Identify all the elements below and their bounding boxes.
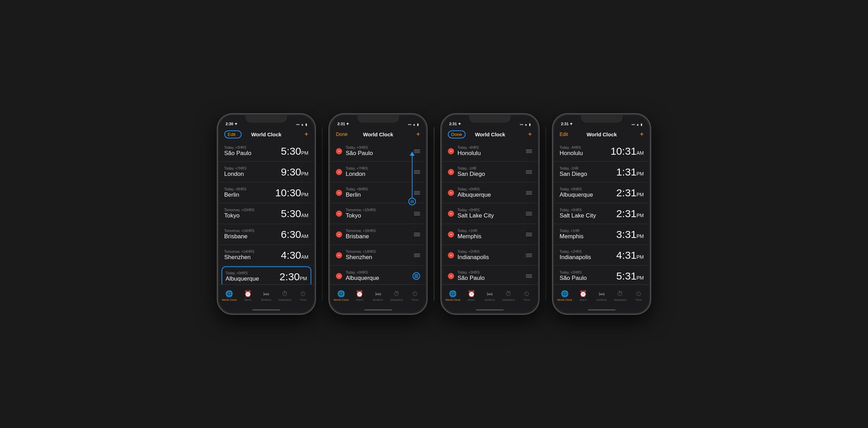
clock-item-0: − Today, +3HRS São Paulo	[330, 141, 426, 162]
clock-city-4: Memphis	[458, 233, 522, 240]
drag-handle-6[interactable]	[413, 272, 420, 280]
tab-timer[interactable]: ⏲ Timer	[406, 290, 424, 301]
nav-left-button[interactable]: Done	[336, 131, 353, 137]
tab-stopwatch[interactable]: ⏱ Stopwatch	[499, 290, 518, 301]
drag-handle-0[interactable]	[414, 149, 420, 153]
clock-city-5: Shenzhen	[346, 254, 410, 261]
tab-label-4: Timer	[412, 298, 419, 301]
clock-time-6: 5:31PM	[616, 270, 644, 282]
clock-item-3: Tomorrow, +15HRS Tokyo 5:30AM	[219, 203, 314, 224]
delete-button-0[interactable]: −	[448, 148, 454, 154]
clock-item-6: − Today, +3HRS São Paulo	[442, 266, 538, 284]
nav-left-button[interactable]: Edit	[559, 131, 577, 137]
tab-stopwatch[interactable]: ⏱ Stopwatch	[387, 290, 406, 301]
drag-handle-4[interactable]	[414, 233, 420, 236]
clock-city-1: London	[224, 171, 281, 178]
clock-info-2: Today, +8HRS Berlin	[224, 187, 275, 198]
clock-time-1: 1:31PM	[616, 166, 644, 178]
drag-handle-5[interactable]	[414, 254, 420, 257]
delete-button-5[interactable]: −	[336, 252, 342, 258]
clock-info-5: Today, +2HRS Indianapolis	[458, 250, 522, 261]
nav-right-button[interactable]: +	[291, 130, 309, 138]
drag-handle-0[interactable]	[526, 149, 532, 153]
clock-offset-4: Today, +1HR	[559, 229, 616, 233]
drag-handle-2[interactable]	[414, 191, 420, 195]
clock-offset-0: Today, -4HRS	[559, 146, 610, 149]
tab-bedtime[interactable]: 🛏 Bedtime	[592, 290, 611, 301]
phone-4: 2:31 ✦ ▪▪▪ ▲ ▮ Edit World Clock + Today,…	[552, 113, 651, 315]
delete-button-3[interactable]: −	[448, 211, 454, 217]
nav-right-button[interactable]: +	[515, 130, 532, 138]
delete-button-5[interactable]: −	[448, 252, 454, 258]
nav-right-button[interactable]: +	[403, 130, 420, 138]
delete-button-1[interactable]: −	[336, 169, 342, 175]
delete-button-3[interactable]: −	[336, 211, 342, 217]
wifi-icon: ▲	[636, 123, 639, 126]
clock-offset-3: Tomorrow, +15HRS	[224, 208, 281, 212]
nav-left-button[interactable]: Edit	[224, 130, 242, 138]
tab-label-4: Timer	[635, 298, 642, 301]
status-icons: ▪▪▪ ▲ ▮	[520, 123, 531, 126]
nav-right-button[interactable]: +	[626, 130, 644, 138]
drag-handle-1[interactable]	[526, 170, 532, 174]
drag-handle-4[interactable]	[526, 233, 532, 236]
clock-time-4: 3:31PM	[616, 229, 644, 240]
delete-button-6[interactable]: −	[448, 273, 454, 279]
drag-handle-1[interactable]	[414, 170, 420, 174]
tab-world-clock[interactable]: 🌐 World Clock	[220, 290, 238, 301]
clock-item-1: − Today, -1HR San Diego	[442, 162, 538, 182]
tab-alarm[interactable]: ⏰ Alarm	[574, 290, 592, 301]
clock-city-2: Albuquerque	[458, 191, 522, 198]
drag-handle-6[interactable]	[526, 274, 532, 278]
signal-icon: ▪▪▪	[520, 123, 523, 126]
clock-item-5: − Today, +2HRS Indianapolis	[442, 245, 538, 266]
tab-stopwatch[interactable]: ⏱ Stopwatch	[611, 290, 629, 301]
clock-info-1: Today, -1HR San Diego	[458, 166, 522, 178]
delete-button-4[interactable]: −	[448, 231, 454, 238]
tab-world-clock[interactable]: 🌐 World Clock	[332, 290, 350, 301]
tab-world-clock[interactable]: 🌐 World Clock	[444, 290, 462, 301]
battery-icon: ▮	[529, 123, 531, 126]
clock-info-6: Today, +0HRS Albuquerque	[346, 271, 413, 282]
tab-bedtime[interactable]: 🛏 Bedtime	[481, 290, 499, 301]
tab-label-3: Stopwatch	[278, 298, 291, 301]
delete-button-2[interactable]: −	[336, 190, 342, 196]
delete-button-6[interactable]: −	[336, 273, 342, 279]
nav-title: World Clock	[577, 131, 626, 137]
clock-info-5: Today, +2HRS Indianapolis	[559, 250, 616, 261]
drag-handle-3[interactable]	[414, 212, 420, 215]
tab-icon-3: ⏱	[505, 290, 512, 298]
delete-button-4[interactable]: −	[336, 231, 342, 238]
wifi-icon: ▲	[413, 123, 416, 126]
tab-alarm[interactable]: ⏰ Alarm	[350, 290, 369, 301]
clock-list: Today, -4HRS Honolulu 10:31AM Today, -1H…	[554, 141, 649, 284]
nav-bar: Done World Clock +	[330, 128, 426, 141]
tab-alarm[interactable]: ⏰ Alarm	[462, 290, 480, 301]
tab-label-1: Alarm	[468, 298, 475, 301]
tab-world-clock[interactable]: 🌐 World Clock	[555, 290, 574, 301]
clock-item-2: Today, +0HRS Albuquerque 2:31PM	[554, 182, 649, 203]
status-icons: ▪▪▪ ▲ ▮	[632, 123, 643, 126]
tab-bedtime[interactable]: 🛏 Bedtime	[369, 290, 387, 301]
tab-stopwatch[interactable]: ⏱ Stopwatch	[276, 290, 294, 301]
tab-timer[interactable]: ⏲ Timer	[630, 290, 648, 301]
drag-handle-5[interactable]	[526, 254, 532, 257]
tab-label-3: Stopwatch	[502, 298, 515, 301]
clock-city-0: Honolulu	[458, 150, 522, 157]
clock-offset-3: Tomorrow, +15HRS	[346, 208, 410, 212]
delete-button-2[interactable]: −	[448, 190, 454, 196]
tab-timer[interactable]: ⏲ Timer	[294, 290, 312, 301]
tab-bedtime[interactable]: 🛏 Bedtime	[257, 290, 276, 301]
delete-button-0[interactable]: −	[336, 148, 342, 154]
home-bar	[364, 309, 392, 310]
delete-button-1[interactable]: −	[448, 169, 454, 175]
clock-offset-5: Tomorrow, +14HRS	[346, 250, 410, 254]
nav-left-button[interactable]: Done	[448, 130, 466, 138]
clock-offset-5: Today, +2HRS	[559, 250, 616, 254]
drag-handle-3[interactable]	[526, 212, 532, 215]
tab-timer[interactable]: ⏲ Timer	[518, 290, 536, 301]
tab-alarm[interactable]: ⏰ Alarm	[238, 290, 257, 301]
drag-handle-2[interactable]	[526, 191, 532, 195]
tab-label-2: Bedtime	[485, 298, 495, 301]
tab-icon-0: 🌐	[225, 290, 233, 298]
